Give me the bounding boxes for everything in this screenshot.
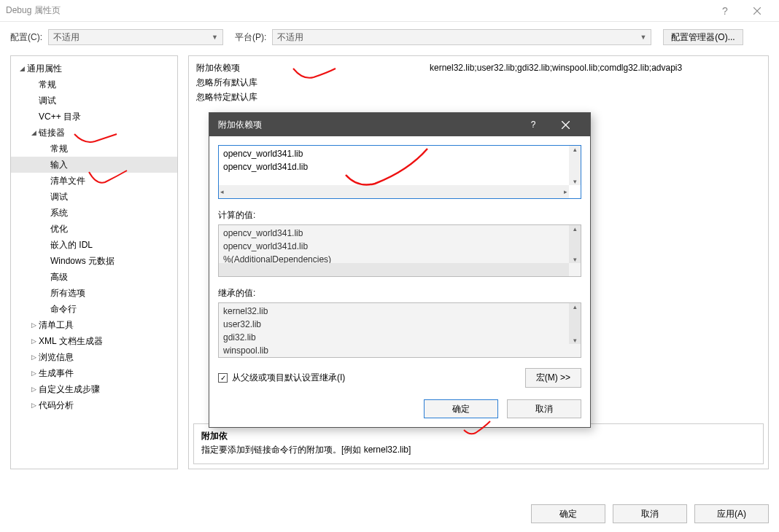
- description-box: 附加依 指定要添加到链接命令行的附加项。[例如 kernel32.lib]: [193, 423, 764, 464]
- tree-linker-input[interactable]: 输入: [11, 157, 177, 173]
- macro-button[interactable]: 宏(M) >>: [525, 368, 581, 388]
- tree-browse[interactable]: ▷浏览信息: [11, 349, 177, 365]
- tree-linker-idl[interactable]: 嵌入的 IDL: [11, 237, 177, 253]
- tree-linker-debug[interactable]: 调试: [11, 189, 177, 205]
- tree-linker-optimize[interactable]: 优化: [11, 221, 177, 237]
- chevron-down-icon: ▾: [573, 337, 577, 344]
- inherited-label: 继承的值:: [218, 287, 581, 300]
- window-title: Debug 属性页: [6, 4, 61, 17]
- scrollbar-horizontal[interactable]: [219, 263, 569, 276]
- list-item: user32.lib: [223, 318, 576, 331]
- dialog-close-button[interactable]: [549, 113, 581, 136]
- close-button[interactable]: [741, 0, 773, 22]
- dialog-buttons: 确定 取消 应用(A): [531, 504, 769, 523]
- list-item: winspool.lib: [223, 344, 576, 357]
- tree-common[interactable]: ◢通用属性: [11, 60, 177, 77]
- prop-name: 忽略所有默认库: [196, 77, 430, 89]
- tree-linker[interactable]: ◢链接器: [11, 125, 177, 141]
- chevron-up-icon: ▴: [573, 225, 577, 232]
- platform-value: 不适用: [277, 31, 303, 44]
- help-button[interactable]: ?: [709, 0, 741, 22]
- inherit-checkbox[interactable]: ✓: [218, 373, 228, 383]
- tree-code-analysis[interactable]: ▷代码分析: [11, 397, 177, 413]
- platform-label: 平台(P):: [235, 31, 266, 44]
- description-text: 指定要添加到链接命令行的附加项。[例如 kernel32.lib]: [201, 444, 756, 456]
- titlebar: Debug 属性页 ?: [0, 0, 779, 22]
- ok-button[interactable]: 确定: [531, 504, 605, 523]
- tree-linker-winmeta[interactable]: Windows 元数据: [11, 253, 177, 269]
- additional-deps-dialog: 附加依赖项 ? opencv_world341.lib opencv_world…: [209, 112, 591, 428]
- tree-debug[interactable]: 调试: [11, 93, 177, 109]
- scrollbar-horizontal[interactable]: ◂▸: [219, 185, 569, 198]
- scrollbar-vertical[interactable]: ▴▾: [569, 225, 581, 263]
- chevron-down-icon: ▾: [573, 178, 577, 185]
- config-manager-button[interactable]: 配置管理器(O)...: [663, 29, 743, 45]
- inherited-listbox[interactable]: kernel32.lib user32.lib gdi32.lib winspo…: [218, 302, 581, 358]
- tree-manifest-tool[interactable]: ▷清单工具: [11, 317, 177, 333]
- tree-linker-all[interactable]: 所有选项: [11, 285, 177, 301]
- dialog-cancel-button[interactable]: 取消: [507, 399, 581, 418]
- tree-linker-general[interactable]: 常规: [11, 141, 177, 157]
- tree-build-events[interactable]: ▷生成事件: [11, 365, 177, 381]
- cancel-button[interactable]: 取消: [613, 504, 687, 523]
- tree-general[interactable]: 常规: [11, 77, 177, 93]
- computed-listbox[interactable]: opencv_world341.lib opencv_world341d.lib…: [218, 224, 581, 277]
- tree-linker-advanced[interactable]: 高级: [11, 269, 177, 285]
- edit-line: opencv_world341d.lib: [223, 160, 576, 173]
- apply-button[interactable]: 应用(A): [694, 504, 769, 523]
- config-label: 配置(C):: [10, 31, 42, 44]
- chevron-up-icon: ▴: [573, 146, 577, 153]
- grid-row-ignore-specific[interactable]: 忽略特定默认库: [196, 90, 761, 104]
- grid-row-additional-deps[interactable]: 附加依赖项 kernel32.lib;user32.lib;gdi32.lib;…: [196, 60, 761, 75]
- grid-row-ignore-all[interactable]: 忽略所有默认库: [196, 75, 761, 90]
- edit-line: opencv_world341.lib: [223, 147, 576, 160]
- computed-label: 计算的值:: [218, 209, 581, 222]
- close-icon: [753, 7, 761, 15]
- toolbar: 配置(C): 不适用 ▼ 平台(P): 不适用 ▼ 配置管理器(O)...: [0, 22, 779, 55]
- dialog-title: 附加依赖项: [218, 119, 262, 131]
- list-item: opencv_world341d.lib: [223, 240, 576, 253]
- tree-linker-system[interactable]: 系统: [11, 205, 177, 221]
- description-title: 附加依: [201, 430, 756, 442]
- chevron-left-icon: ◂: [220, 188, 224, 195]
- list-item: kernel32.lib: [223, 305, 576, 318]
- prop-value: kernel32.lib;user32.lib;gdi32.lib;winspo…: [430, 63, 761, 73]
- list-item: opencv_world341.lib: [223, 227, 576, 240]
- prop-name: 附加依赖项: [196, 62, 430, 74]
- dialog-help-button[interactable]: ?: [517, 113, 549, 136]
- inherit-label: 从父级或项目默认设置继承(I): [232, 372, 345, 384]
- list-item: gdi32.lib: [223, 331, 576, 344]
- scrollbar-vertical[interactable]: ▴▾: [569, 146, 581, 185]
- dialog-ok-button[interactable]: 确定: [424, 399, 498, 418]
- tree-vcdirs[interactable]: VC++ 目录: [11, 109, 177, 125]
- tree-linker-cmdline[interactable]: 命令行: [11, 301, 177, 317]
- prop-name: 忽略特定默认库: [196, 91, 430, 103]
- property-tree[interactable]: ◢通用属性 常规 调试 VC++ 目录 ◢链接器 常规 输入 清单文件 调试 系…: [10, 55, 178, 469]
- chevron-up-icon: ▴: [573, 303, 577, 310]
- scrollbar-vertical[interactable]: ▴▾: [569, 303, 581, 344]
- dialog-titlebar: 附加依赖项 ?: [209, 113, 590, 136]
- config-value: 不适用: [53, 31, 80, 44]
- chevron-down-icon: ▼: [640, 34, 646, 41]
- chevron-down-icon: ▾: [573, 256, 577, 263]
- tree-linker-manifest[interactable]: 清单文件: [11, 173, 177, 189]
- platform-combo[interactable]: 不适用 ▼: [272, 29, 651, 45]
- close-icon: [562, 121, 570, 129]
- edit-textarea[interactable]: opencv_world341.lib opencv_world341d.lib…: [218, 145, 581, 199]
- tree-xml-doc[interactable]: ▷XML 文档生成器: [11, 333, 177, 349]
- chevron-right-icon: ▸: [564, 188, 567, 195]
- chevron-down-icon: ▼: [212, 34, 218, 41]
- tree-custom-build[interactable]: ▷自定义生成步骤: [11, 381, 177, 397]
- config-combo[interactable]: 不适用 ▼: [48, 29, 223, 45]
